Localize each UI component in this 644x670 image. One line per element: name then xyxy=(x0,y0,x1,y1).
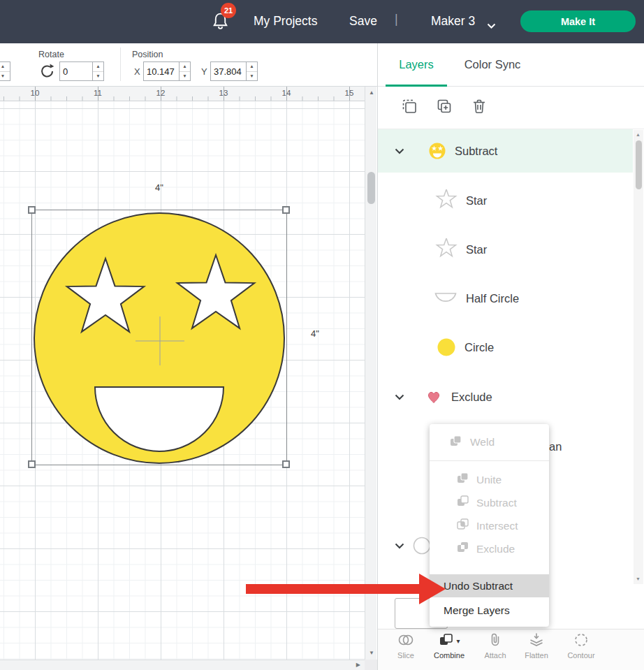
chevron-down-icon[interactable] xyxy=(395,148,406,154)
combine-button[interactable]: ▾ Combine xyxy=(427,632,471,660)
vertical-scroll-thumb[interactable] xyxy=(367,172,375,204)
flatten-button[interactable]: Flatten xyxy=(514,632,559,660)
layer-label: Half Circle xyxy=(466,292,519,305)
select-all-icon[interactable] xyxy=(401,98,418,117)
layer-row-star-1[interactable]: Star xyxy=(378,176,633,225)
ruler-tick-label: 10 xyxy=(29,89,41,97)
heart-icon xyxy=(425,388,442,405)
scroll-down-icon[interactable]: ▼ xyxy=(369,650,374,656)
panel-divider xyxy=(377,43,378,670)
layer-label: Star xyxy=(466,194,487,207)
menu-item-merge-layers[interactable]: Merge Layers xyxy=(430,597,549,623)
star-outline-icon xyxy=(435,189,458,212)
position-y-label: Y xyxy=(201,66,207,77)
menu-item-label: Subtract xyxy=(476,497,517,509)
combine-caret-icon: ▾ xyxy=(456,637,460,645)
resize-handle-top-right[interactable] xyxy=(282,206,290,214)
yellow-circle-icon xyxy=(437,337,456,357)
canvas-horizontal-scrollbar[interactable]: ▶ xyxy=(0,660,365,670)
menu-item-weld[interactable]: Weld xyxy=(430,424,549,461)
menu-item-unite[interactable]: Unite xyxy=(430,468,549,491)
scroll-up-icon[interactable]: ▲ xyxy=(369,90,374,96)
star-smiley-graphic xyxy=(32,210,286,465)
position-x-stepper[interactable]: ▲▼ xyxy=(179,61,191,81)
scroll-up-icon[interactable]: ▲ xyxy=(636,132,641,138)
slice-button[interactable]: Slice xyxy=(383,632,428,660)
duplicate-icon[interactable] xyxy=(436,98,453,117)
menu-item-subtract[interactable]: Subtract xyxy=(430,491,549,514)
clipped-stepper[interactable]: ▲▼ xyxy=(0,61,10,81)
position-y-input[interactable] xyxy=(210,61,247,81)
selection-height-label: 4" xyxy=(311,328,319,339)
panel-scroll-thumb[interactable] xyxy=(636,140,642,189)
resize-handle-bottom-left[interactable] xyxy=(28,460,36,468)
attach-button[interactable]: Attach xyxy=(473,632,518,660)
exclude-icon xyxy=(457,541,469,556)
position-label: Position xyxy=(132,50,163,59)
rotate-icon[interactable] xyxy=(39,63,56,82)
panel-scrollbar[interactable]: ▲ ▼ xyxy=(634,130,643,584)
slice-label: Slice xyxy=(397,651,414,660)
contour-icon xyxy=(573,632,589,649)
top-navigation: 21 My Projects Save | Maker 3 Make It xyxy=(0,0,644,43)
position-x-label: X xyxy=(134,66,140,77)
flatten-icon xyxy=(528,632,545,649)
position-y-stepper[interactable]: ▲▼ xyxy=(246,61,258,81)
canvas-vertical-scrollbar[interactable]: ▲ ▼ xyxy=(365,87,376,660)
toolbar-divider xyxy=(120,48,121,81)
menu-item-undo-subtract[interactable]: Undo Subtract xyxy=(430,574,549,597)
rotate-stepper[interactable]: ▲▼ xyxy=(92,61,104,81)
tab-color-sync[interactable]: Color Sync xyxy=(458,43,527,86)
combine-icon xyxy=(438,632,455,649)
chevron-down-icon[interactable] xyxy=(395,394,406,400)
slice-icon xyxy=(397,632,414,649)
menu-item-label: Exclude xyxy=(476,543,515,555)
layer-row-circle[interactable]: Circle xyxy=(378,323,633,372)
save-button[interactable]: Save xyxy=(349,14,377,29)
delete-icon[interactable] xyxy=(471,98,488,117)
layer-row-star-2[interactable]: Star xyxy=(378,225,633,274)
ruler-tick-label: 15 xyxy=(343,89,356,97)
subtract-icon xyxy=(457,495,469,510)
menu-item-label: Weld xyxy=(470,436,495,449)
layer-group-exclude[interactable]: Exclude xyxy=(378,375,633,418)
ruler-tick-label: 14 xyxy=(280,89,293,97)
tab-layers[interactable]: Layers xyxy=(386,43,447,86)
layer-label: Exclude xyxy=(451,391,492,404)
scrollbar-corner xyxy=(365,660,377,670)
selection-bounding-box[interactable] xyxy=(31,210,287,465)
chevron-down-icon[interactable] xyxy=(487,19,496,31)
layer-group-subtract[interactable]: Subtract xyxy=(378,129,633,173)
contour-button[interactable]: Contour xyxy=(559,632,603,660)
layer-label: an xyxy=(549,440,562,453)
layer-row-half-circle[interactable]: Half Circle xyxy=(378,274,633,323)
menu-item-label: Intersect xyxy=(476,520,518,532)
rotate-label: Rotate xyxy=(38,50,64,59)
make-it-button[interactable]: Make It xyxy=(520,10,636,32)
menu-spacer xyxy=(430,560,549,574)
layer-actions-row xyxy=(378,87,644,129)
ruler-tick-label: 12 xyxy=(154,89,167,97)
app-window: 21 My Projects Save | Maker 3 Make It ▲▼… xyxy=(0,0,644,670)
ruler-tick-label: 13 xyxy=(217,89,230,97)
resize-handle-bottom-right[interactable] xyxy=(282,460,290,468)
position-x-input[interactable] xyxy=(143,61,180,81)
contour-label: Contour xyxy=(567,651,594,660)
notification-count-badge: 21 xyxy=(221,3,236,18)
star-outline-icon xyxy=(435,238,458,261)
half-circle-icon xyxy=(434,291,458,305)
scroll-down-icon[interactable]: ▼ xyxy=(636,576,641,582)
menu-item-intersect[interactable]: Intersect xyxy=(430,514,549,537)
resize-handle-top-left[interactable] xyxy=(28,206,36,214)
menu-item-exclude[interactable]: Exclude xyxy=(430,537,549,560)
attach-label: Attach xyxy=(484,651,506,660)
chevron-down-icon[interactable] xyxy=(395,543,406,549)
combine-menu: Weld Unite Subtract Intersect Exclude Un… xyxy=(430,424,549,627)
menu-item-label: Unite xyxy=(476,474,502,486)
my-projects-link[interactable]: My Projects xyxy=(254,14,317,29)
star-struck-emoji-icon xyxy=(428,142,446,160)
combine-label: Combine xyxy=(434,651,464,660)
rotate-input[interactable] xyxy=(59,61,93,81)
scroll-right-icon[interactable]: ▶ xyxy=(356,662,360,668)
machine-selector[interactable]: Maker 3 xyxy=(431,14,475,29)
